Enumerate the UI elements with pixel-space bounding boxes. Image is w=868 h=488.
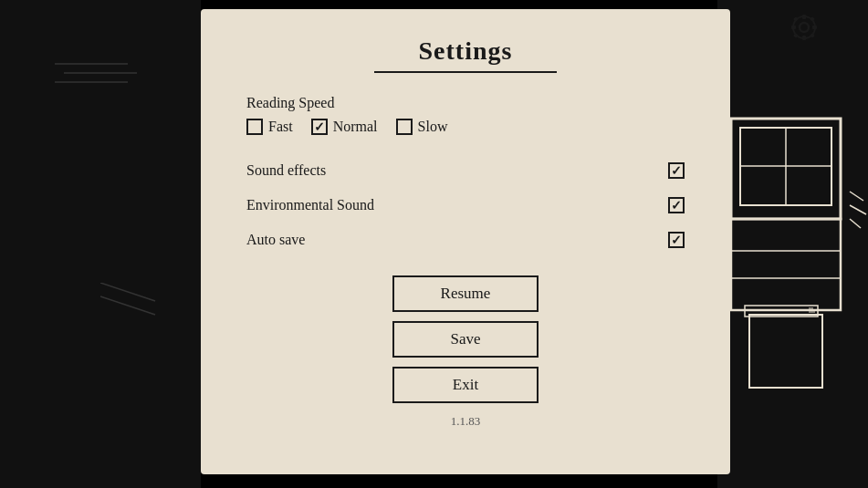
- svg-point-19: [800, 23, 809, 32]
- slow-label: Slow: [418, 119, 448, 135]
- svg-rect-27: [793, 33, 799, 38]
- svg-line-17: [850, 205, 866, 214]
- environmental-sound-checkbox[interactable]: [668, 197, 685, 213]
- svg-rect-26: [810, 16, 815, 22]
- normal-label: Normal: [333, 119, 378, 135]
- environmental-sound-label: Environmental Sound: [246, 197, 374, 213]
- version-text: 1.1.83: [451, 414, 481, 429]
- reading-speed-normal[interactable]: Normal: [311, 119, 378, 135]
- fast-label: Fast: [268, 119, 293, 135]
- reading-speed-options: Fast Normal Slow: [246, 119, 685, 135]
- settings-panel: Settings Reading Speed Fast Normal Slow …: [201, 9, 730, 474]
- svg-rect-9: [731, 219, 841, 310]
- exit-button[interactable]: Exit: [392, 367, 539, 403]
- buttons-section: Resume Save Exit: [246, 275, 685, 403]
- page-title: Settings: [419, 36, 513, 66]
- svg-rect-28: [810, 33, 815, 38]
- save-button[interactable]: Save: [392, 321, 539, 358]
- reading-speed-slow[interactable]: Slow: [396, 119, 448, 135]
- decorative-lines-bottom: [100, 283, 173, 337]
- svg-line-3: [100, 283, 155, 301]
- decorative-lines-top: [55, 55, 146, 109]
- auto-save-label: Auto save: [246, 232, 305, 248]
- normal-checkbox[interactable]: [311, 119, 328, 135]
- svg-rect-25: [793, 16, 799, 22]
- svg-rect-22: [802, 36, 806, 40]
- svg-rect-15: [749, 315, 822, 388]
- reading-speed-fast[interactable]: Fast: [246, 119, 293, 135]
- reading-speed-label: Reading Speed: [246, 95, 685, 111]
- svg-rect-23: [791, 26, 796, 29]
- resume-button[interactable]: Resume: [392, 275, 539, 312]
- svg-rect-21: [802, 15, 806, 19]
- environmental-sound-row: Environmental Sound: [246, 188, 685, 223]
- slow-checkbox[interactable]: [396, 119, 413, 135]
- auto-save-row: Auto save: [246, 223, 685, 257]
- svg-line-4: [100, 296, 155, 315]
- furniture-illustration: [722, 109, 868, 456]
- fast-checkbox[interactable]: [246, 119, 263, 135]
- sound-effects-checkbox[interactable]: [668, 162, 685, 179]
- auto-save-checkbox[interactable]: [668, 232, 685, 248]
- sound-effects-label: Sound effects: [246, 162, 326, 179]
- reading-speed-section: Reading Speed Fast Normal Slow: [246, 95, 685, 135]
- title-underline: [374, 71, 557, 73]
- svg-rect-24: [812, 26, 817, 29]
- right-decorative-panel: [717, 0, 868, 488]
- svg-line-18: [850, 219, 861, 228]
- sound-effects-row: Sound effects: [246, 153, 685, 188]
- svg-line-16: [850, 192, 863, 201]
- left-decorative-panel: [0, 0, 201, 488]
- settings-gear-icon[interactable]: [790, 14, 818, 41]
